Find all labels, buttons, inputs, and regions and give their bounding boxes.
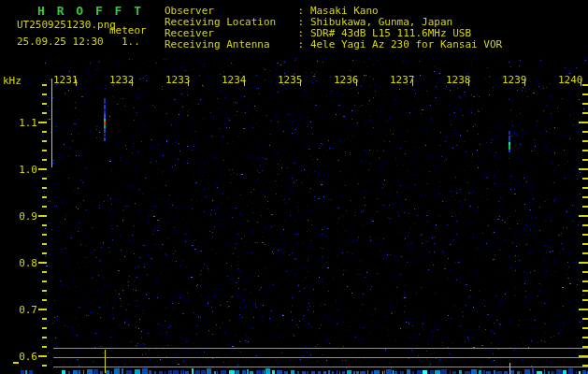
observation-info: Observer : Masaki KanoReceiving Location… [165, 6, 502, 50]
reference-line [53, 348, 588, 349]
y-tick-mark-left [42, 280, 47, 282]
info-label: Receiving Antenna [165, 39, 292, 50]
y-tick-mark-left [42, 318, 47, 320]
y-tick-mark-left [42, 234, 47, 236]
x-tick-label: 1235 [278, 75, 303, 85]
y-tick-mark-left [42, 346, 47, 348]
y-tick-mark-left [42, 159, 47, 161]
y-tick-mark-right [582, 140, 588, 142]
reference-line [53, 357, 588, 358]
y-tick-mark-left [42, 252, 47, 254]
y-tick-mark-right [579, 168, 588, 170]
partial-axis-line [51, 79, 52, 167]
y-tick-mark-left [42, 150, 47, 151]
y-tick-mark-right [582, 112, 588, 114]
y-tick-mark-right [582, 94, 588, 95]
x-tick-label: 1240 [558, 75, 583, 85]
y-tick-mark-left [38, 309, 47, 310]
y-tick-mark-right [582, 327, 588, 329]
x-tick-label: 1238 [446, 75, 471, 85]
y-tick-mark-left [42, 84, 47, 86]
y-tick-mark-left [42, 187, 47, 189]
y-tick-mark-left [42, 178, 47, 180]
observation-datetime: 25.09.25 12:30 [17, 36, 104, 47]
y-tick-mark-right [579, 262, 588, 264]
y-tick-mark-left [42, 337, 47, 338]
info-value: 4ele Yagi Az 230 for Kansai VOR [310, 39, 502, 50]
y-tick-mark-left [42, 140, 47, 142]
y-tick-mark-left [42, 327, 47, 329]
axis-decoration-layer: 1231123212331234123512361237123812391240… [0, 0, 588, 374]
y-tick-mark-right [582, 337, 588, 338]
y-tick-mark-right [582, 187, 588, 189]
y-tick-mark-left [38, 168, 47, 170]
info-separator: : [292, 39, 310, 50]
y-tick-mark-right [582, 131, 588, 133]
echo-count-spike [509, 363, 510, 374]
y-tick-mark-left [42, 103, 47, 105]
y-tick-mark-left [42, 94, 47, 95]
y-tick-mark-left [38, 215, 47, 217]
y-axis-unit: kHz [3, 76, 22, 86]
y-tick-mark-right [579, 215, 588, 217]
x-tick-label: 1232 [109, 75, 135, 85]
y-tick-mark-left [42, 131, 47, 133]
echo-count-spike [105, 350, 106, 373]
y-tick-mark-right [579, 309, 588, 310]
y-tick-mark-left [42, 290, 47, 292]
y-tick-mark-left [38, 122, 47, 123]
y-tick-mark-right [582, 224, 588, 226]
y-tick-label: 0.6 [17, 352, 37, 362]
y-tick-mark-left [38, 355, 47, 357]
y-tick-label: 0.8 [17, 258, 37, 268]
bottom-left-tick [13, 362, 19, 364]
reference-line [53, 367, 588, 367]
y-tick-mark-left [42, 224, 47, 226]
output-filename: UT2509251230.png [17, 20, 116, 30]
y-tick-label: 0.9 [17, 211, 37, 222]
y-tick-mark-right [582, 252, 588, 254]
y-tick-mark-right [582, 196, 588, 198]
y-tick-mark-right [582, 178, 588, 180]
y-tick-mark-right [582, 234, 588, 236]
y-tick-mark-left [42, 365, 47, 367]
datetime-extra: 1.. [122, 36, 140, 47]
hrofft-screen: 1231123212331234123512361237123812391240… [0, 0, 588, 374]
y-tick-mark-left [42, 196, 47, 198]
y-tick-label: 1.0 [17, 165, 37, 175]
y-tick-mark-left [42, 112, 47, 114]
mode-label: meteor [109, 25, 147, 36]
app-title: H R O F F T [37, 5, 144, 17]
y-tick-mark-left [42, 206, 47, 208]
y-tick-label: 1.1 [17, 118, 37, 128]
x-tick-label: 1236 [334, 75, 359, 85]
y-tick-mark-right [582, 290, 588, 292]
y-tick-mark-left [38, 262, 47, 264]
y-tick-label: 0.7 [17, 305, 37, 315]
y-tick-mark-right [582, 150, 588, 151]
y-tick-mark-right [582, 318, 588, 320]
x-tick-label: 1231 [53, 75, 79, 85]
y-tick-mark-right [582, 206, 588, 208]
info-row: Receiving Antenna : 4ele Yagi Az 230 for… [165, 39, 502, 50]
y-tick-mark-right [582, 159, 588, 161]
y-tick-mark-right [582, 299, 588, 301]
y-tick-mark-right [582, 103, 588, 105]
y-tick-mark-right [582, 271, 588, 273]
y-tick-mark-right [582, 280, 588, 282]
x-tick-label: 1233 [165, 75, 191, 85]
y-tick-mark-right [579, 122, 588, 123]
x-tick-label: 1234 [222, 75, 247, 85]
y-tick-mark-left [42, 271, 47, 273]
x-tick-label: 1237 [390, 75, 415, 85]
y-tick-mark-left [42, 299, 47, 301]
y-tick-mark-right [582, 243, 588, 245]
y-tick-mark-left [42, 243, 47, 245]
x-tick-label: 1239 [502, 75, 527, 85]
y-tick-mark-right [582, 84, 588, 86]
